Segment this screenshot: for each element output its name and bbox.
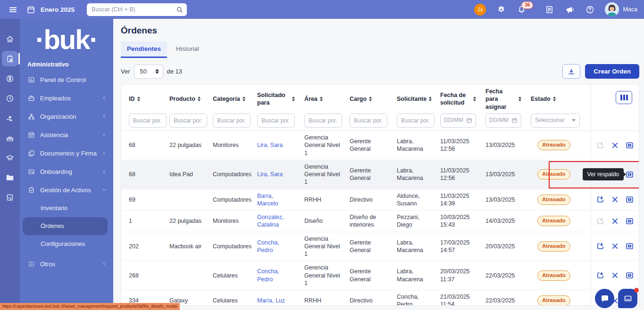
- view-backup-button[interactable]: [625, 271, 634, 280]
- gear-icon[interactable]: [496, 4, 506, 15]
- sort-icon[interactable]: [369, 97, 372, 101]
- calendar-icon[interactable]: [25, 4, 36, 15]
- chat-bubble-button[interactable]: [595, 289, 614, 308]
- help-icon[interactable]: [585, 4, 595, 15]
- filter-input-1[interactable]: [169, 114, 207, 128]
- global-search[interactable]: [87, 3, 187, 16]
- column-header-fecha-para-asignar[interactable]: Fecha para asignar: [480, 85, 525, 114]
- solicitado-para-link[interactable]: María, Luz: [257, 297, 285, 304]
- cancel-order-button[interactable]: [611, 141, 619, 150]
- assign-order-button[interactable]: [596, 195, 605, 204]
- table-row: 69 Computadores Barra, Marcelo RRHH Dire…: [121, 189, 639, 211]
- cancel-order-button[interactable]: [611, 217, 619, 226]
- sidebar-item-onboarding[interactable]: Onboarding: [20, 163, 113, 181]
- sidebar-item-label: Empleados: [40, 95, 97, 102]
- filter-input-0[interactable]: [129, 114, 167, 128]
- admin-tasks-icon[interactable]: [2, 51, 18, 66]
- page-size-select[interactable]: 50: [134, 65, 163, 79]
- time-icon[interactable]: [2, 90, 18, 106]
- column-settings-button[interactable]: [616, 91, 632, 104]
- sidebar-subitem--rdenes[interactable]: Órdenes: [23, 217, 108, 235]
- sidebar-item-empleados[interactable]: Empleados: [20, 89, 113, 107]
- solicitado-para-link[interactable]: Gonzalez, Catalina: [257, 213, 295, 229]
- status-badge: Atrasado: [537, 216, 570, 226]
- sidebar-item-asistencia[interactable]: Asistencia: [20, 126, 113, 144]
- create-order-button[interactable]: Crear Orden: [585, 64, 639, 79]
- column-header-solicitante[interactable]: Solicitante: [391, 85, 435, 114]
- megaphone-icon[interactable]: [564, 4, 575, 15]
- view-backup-button[interactable]: [625, 170, 634, 179]
- column-header-producto[interactable]: Producto: [164, 85, 207, 114]
- sidebar-item-panel-de-control[interactable]: Panel de Control: [20, 71, 113, 89]
- column-header--rea[interactable]: Área: [299, 85, 344, 114]
- search-input[interactable]: [92, 6, 176, 13]
- filter-input-2[interactable]: [213, 114, 251, 128]
- column-header-estado[interactable]: Estado: [525, 85, 591, 114]
- filter-estado-select[interactable]: Seleccionar: [531, 114, 580, 128]
- filter-input-5[interactable]: [350, 114, 387, 128]
- sort-icon[interactable]: [198, 97, 201, 101]
- cell-fecha-asignar: 22/03/2025: [480, 261, 525, 290]
- column-header-fecha-de-solicitud[interactable]: Fecha de solicitud: [435, 85, 480, 114]
- assign-order-button[interactable]: [596, 242, 605, 251]
- cancel-order-button[interactable]: [611, 195, 619, 204]
- solicitado-para-link[interactable]: Barra, Marcelo: [257, 192, 295, 208]
- sidebar-item-documentos-y-firma[interactable]: Documentos y Firma: [20, 144, 113, 163]
- view-backup-button[interactable]: [625, 217, 634, 226]
- hamburger-menu-icon[interactable]: [8, 4, 18, 15]
- filter-input-4[interactable]: [304, 114, 342, 128]
- chat-notification-dot: [634, 288, 639, 293]
- sort-icon[interactable]: [473, 97, 476, 101]
- cell-id: 1: [121, 211, 164, 232]
- sidebar-subitem-configuraciones[interactable]: Configuraciones: [20, 235, 113, 253]
- sidebar-item-otros[interactable]: Otros: [20, 255, 113, 273]
- column-header-cargo[interactable]: Cargo: [344, 85, 391, 114]
- sort-icon[interactable]: [243, 97, 245, 101]
- sort-icon[interactable]: [519, 97, 521, 101]
- filter-input-3[interactable]: [257, 114, 295, 128]
- user-name[interactable]: Maca: [623, 6, 637, 13]
- assign-order-button[interactable]: [596, 271, 605, 280]
- tab-pendientes[interactable]: Pendientes: [121, 41, 167, 58]
- cancel-order-button[interactable]: [611, 242, 619, 251]
- sort-icon[interactable]: [137, 97, 140, 101]
- sidebar-item-organizaci-n[interactable]: Organización: [20, 107, 113, 126]
- sidebar-item-gesti-n-de-activos[interactable]: Gestión de Activos: [20, 181, 113, 199]
- avatar[interactable]: [605, 2, 619, 16]
- period-label[interactable]: Enero 2025: [41, 6, 75, 13]
- cell-fecha-asignar: 13/03/2025: [480, 131, 525, 160]
- culture-icon[interactable]: [2, 130, 18, 146]
- filter-date-8[interactable]: DD/MM: [485, 114, 521, 128]
- solicitado-para-link[interactable]: Lira, Sara: [257, 141, 283, 149]
- sort-icon[interactable]: [320, 97, 323, 101]
- download-button[interactable]: [562, 64, 580, 79]
- filter-date-7[interactable]: DD/MM: [440, 114, 476, 128]
- column-header-categor-a[interactable]: Categoría: [207, 85, 251, 114]
- filter-input-6[interactable]: [397, 114, 435, 128]
- sort-icon[interactable]: [292, 97, 295, 101]
- column-header-id[interactable]: ID: [121, 85, 164, 114]
- marketplace-icon[interactable]: [2, 189, 18, 205]
- solicitado-para-link[interactable]: Lira, Sara: [257, 171, 283, 178]
- benefits-icon[interactable]: [2, 110, 18, 126]
- view-backup-button[interactable]: [625, 141, 634, 150]
- sidebar-item-label: Panel de Control: [40, 76, 107, 83]
- view-backup-button[interactable]: [625, 242, 634, 251]
- support-widget-button[interactable]: [618, 289, 637, 308]
- view-backup-button[interactable]: [625, 195, 634, 204]
- document-icon[interactable]: [544, 4, 554, 15]
- solicitado-para-link[interactable]: Concha, Pedro: [257, 239, 295, 254]
- files-icon[interactable]: [2, 170, 18, 185]
- solicitado-para-link[interactable]: Concha, Pedro: [257, 268, 295, 283]
- home-icon[interactable]: [2, 31, 18, 47]
- cell-fecha-solicitud: 11/03/202512:56: [435, 131, 480, 160]
- sidebar-subitem-inventario[interactable]: Inventario: [20, 199, 113, 217]
- sort-icon[interactable]: [553, 97, 556, 101]
- cancel-order-button[interactable]: [611, 271, 619, 280]
- sort-icon[interactable]: [429, 97, 432, 101]
- payroll-icon[interactable]: [2, 71, 18, 86]
- education-icon[interactable]: [2, 150, 18, 165]
- record-status-icon[interactable]: [474, 4, 486, 16]
- tab-historial[interactable]: Historial: [170, 41, 205, 58]
- column-header-solicitado-para[interactable]: Solicitado para: [251, 85, 299, 114]
